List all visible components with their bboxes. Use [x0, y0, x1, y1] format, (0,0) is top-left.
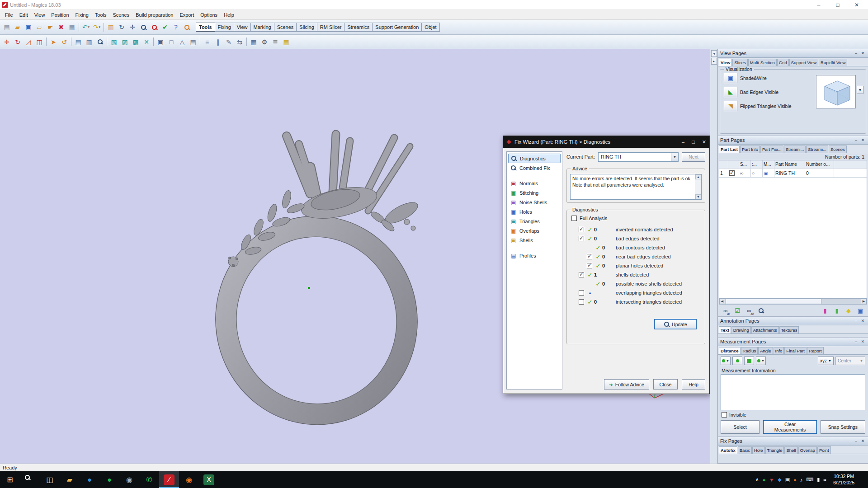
settings-icon[interactable]: ⚙ [259, 37, 270, 47]
wizard-sidebar-item[interactable]: ▤ Profiles [508, 251, 561, 260]
cube-shade-icon[interactable]: ▧ [108, 37, 119, 47]
search-button[interactable] [20, 471, 40, 488]
ribbon-tab[interactable]: Objet [422, 23, 439, 32]
panel-tab[interactable]: Drawing [731, 326, 751, 333]
column-header[interactable]: M... [763, 160, 774, 169]
fix-pages-header[interactable]: Fix Pages – ✕ [718, 437, 868, 446]
save-icon[interactable]: ▣ ▾ [23, 22, 34, 33]
close-icon[interactable]: ✕ [860, 339, 866, 344]
measurement-pages-header[interactable]: Measurement Pages – ✕ [718, 338, 868, 346]
wizard-sidebar-item[interactable]: ▣ Normals [508, 178, 561, 188]
invisible-checkbox[interactable] [722, 412, 727, 418]
alert-tray-icon[interactable]: ● [793, 477, 797, 483]
pick-part-icon[interactable]: ☛ ▾ [45, 22, 56, 33]
advice-scrollbar[interactable]: ▲ ▼ [695, 174, 701, 199]
part-visible-checkbox[interactable] [729, 170, 735, 176]
rescale-part-icon[interactable]: ◿ [23, 37, 34, 47]
panel-tab[interactable]: Autofix [719, 446, 737, 454]
current-part-select[interactable]: RING TH ▼ [598, 152, 679, 162]
ribbon-tab[interactable]: Tools [196, 23, 215, 32]
axis-xyz-button[interactable]: xyz ▼ [818, 357, 834, 365]
help-button[interactable]: Help [682, 379, 705, 389]
panel-tab[interactable]: Point [817, 446, 831, 454]
snap-plane-toggle[interactable]: ▼ [744, 357, 754, 365]
snap-mode-button[interactable]: ▼ [732, 357, 742, 365]
bluetooth-tray-icon[interactable]: ◆ [778, 477, 781, 483]
close-button[interactable]: ✕ [847, 0, 866, 9]
wizard-sidebar-item[interactable]: ▣ Shells [508, 235, 561, 245]
network-tray-icon[interactable]: ≈ [823, 477, 826, 483]
ribbon-tab[interactable]: Support Generation [373, 23, 422, 32]
clear-measurements-button[interactable]: Clear Measurements [763, 420, 816, 434]
wizard-sidebar-item[interactable]: ▣ Triangles [508, 216, 561, 226]
column-header[interactable] [728, 160, 739, 169]
wire-mode-icon[interactable]: □ [166, 37, 177, 47]
fix-wizard-title-bar[interactable]: ✚ Fix Wizard (Part: RING TH) > Diagnosti… [503, 136, 709, 148]
close-icon[interactable]: ✕ [860, 51, 866, 56]
panel-tab[interactable]: Streami... [806, 145, 828, 153]
wizard-sidebar-item[interactable]: Diagnostics [508, 154, 561, 163]
scroll-right-icon[interactable]: ▶ [861, 299, 867, 304]
ribbon-tab[interactable]: Fixing [215, 23, 234, 32]
spotify-icon[interactable]: ● [99, 471, 119, 488]
open-file-icon[interactable]: ▰ ▾ [12, 22, 23, 33]
panel-tab[interactable]: Hole [752, 446, 765, 454]
view-all-parts-icon[interactable]: ∞ all [744, 306, 754, 315]
autohide-tab-icon[interactable]: ◂ [711, 50, 717, 57]
view-pages-header[interactable]: View Pages – ✕ [718, 49, 868, 58]
panel-tab[interactable]: Info [774, 347, 784, 354]
part-pages-header[interactable]: Part Pages – ✕ [718, 136, 868, 145]
diagnostic-checkbox[interactable] [579, 236, 584, 241]
panel-tab[interactable]: Shell [784, 446, 797, 454]
panel-tab[interactable]: Text [719, 326, 731, 333]
ribbon-tab[interactable]: Marking [251, 23, 274, 32]
import-part-icon[interactable]: ▱ ▾ [34, 22, 45, 33]
dialog-minimize-button[interactable]: – [682, 139, 684, 145]
menu-item[interactable]: View [31, 11, 48, 19]
taskbar-clock[interactable]: 10:32 PM 6/21/2025 [830, 474, 858, 486]
show-all-parts-icon[interactable]: ∞ all [721, 306, 731, 315]
tag-parts-icon[interactable]: ◆ [844, 306, 854, 315]
follow-advice-button[interactable]: ➜ Follow Advice [604, 379, 649, 389]
close-icon[interactable]: ✕ [860, 439, 866, 443]
expand-panel-icon[interactable]: ▸ [711, 58, 717, 65]
minimize-button[interactable]: – [809, 0, 828, 9]
view-cube-preview[interactable] [816, 75, 856, 108]
annotate-icon[interactable]: ✎ [223, 37, 234, 47]
redo-icon[interactable]: ↷ ▾ [91, 22, 102, 33]
menu-item[interactable]: Position [48, 11, 72, 19]
pan-view-icon[interactable]: ✛ ▾ [127, 22, 138, 33]
panel-tab[interactable]: Streami... [784, 145, 806, 153]
menu-item[interactable]: Options [197, 11, 221, 19]
pin-icon[interactable]: – [853, 51, 859, 56]
select-parts-icon[interactable]: ☑ [732, 306, 742, 315]
panel-tab[interactable]: Scenes [829, 145, 847, 153]
whatsapp-icon[interactable]: ✆ [139, 471, 159, 488]
color-parts-icon[interactable]: ▮ [820, 306, 830, 315]
dialog-maximize-button[interactable]: □ [692, 139, 695, 145]
panel-tab[interactable]: Grid [777, 59, 789, 66]
keyboard-tray-icon[interactable]: ⌨ [806, 477, 813, 483]
excel-icon[interactable]: X [199, 471, 219, 488]
file-explorer-icon[interactable]: ▰ [60, 471, 80, 488]
scroll-down-icon[interactable]: ▼ [695, 194, 701, 199]
select-button[interactable]: Select [721, 420, 760, 434]
task-view-button[interactable]: ◫ [40, 471, 60, 488]
table-row[interactable]: 1 ∞ ○ ▣ RING TH 0 [719, 169, 867, 178]
snap-point-combo[interactable]: ▼ [721, 357, 731, 365]
rotate-part-icon[interactable]: ↻ [12, 37, 23, 47]
menu-item[interactable]: Help [221, 11, 237, 19]
volume-tray-icon[interactable]: ♪ [800, 477, 803, 483]
chevron-down-icon[interactable]: ▼ [671, 153, 678, 161]
panel-tab[interactable]: Basic [738, 446, 752, 454]
panel-tab[interactable]: Part Fixi... [760, 145, 783, 153]
ribbon-tab[interactable]: RM Slicer [317, 23, 345, 32]
menu-item[interactable]: Fixing [72, 11, 92, 19]
ribbon-tab[interactable]: Streamics [344, 23, 373, 32]
panel-tab[interactable]: Attachments [751, 326, 779, 333]
menu-item[interactable]: Edit [16, 11, 31, 19]
print-icon[interactable]: ▦ ▾ [66, 22, 77, 33]
column-header[interactable] [719, 160, 728, 169]
menu-item[interactable]: Build preparation [132, 11, 176, 19]
panel-tab[interactable]: Slices [732, 59, 747, 66]
